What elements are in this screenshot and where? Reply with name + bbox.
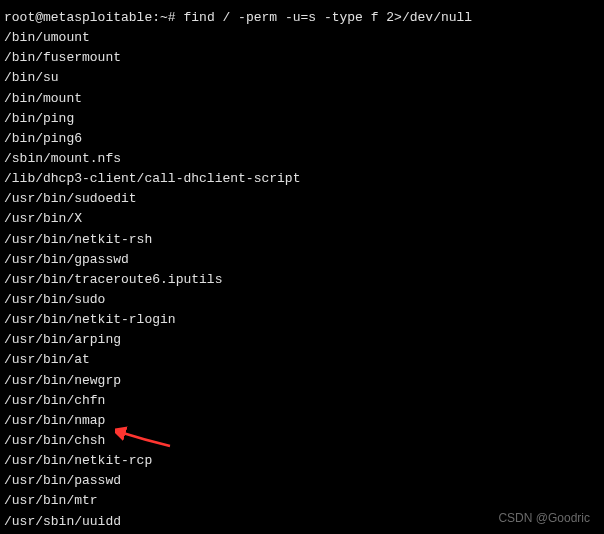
output-line: /usr/bin/netkit-rcp [4, 451, 600, 471]
output-line: /bin/mount [4, 89, 600, 109]
output-line: /usr/bin/sudo [4, 290, 600, 310]
prompt-symbol: # [168, 10, 176, 25]
output-line: /bin/ping6 [4, 129, 600, 149]
output-line: /usr/bin/newgrp [4, 371, 600, 391]
output-line: /lib/dhcp3-client/call-dhclient-script [4, 169, 600, 189]
output-line: /usr/bin/at [4, 350, 600, 370]
output-line: /usr/bin/chfn [4, 391, 600, 411]
command-text: find / -perm -u=s -type f 2>/dev/null [183, 10, 472, 25]
output-line: /usr/bin/chsh [4, 431, 600, 451]
output-line: /usr/bin/nmap [4, 411, 600, 431]
output-line: /usr/bin/netkit-rsh [4, 230, 600, 250]
output-line: /bin/fusermount [4, 48, 600, 68]
prompt-user-host: root@metasploitable [4, 10, 152, 25]
terminal-output: /bin/umount/bin/fusermount/bin/su/bin/mo… [4, 28, 600, 534]
output-line: /usr/bin/sudoedit [4, 189, 600, 209]
output-line: /usr/bin/traceroute6.iputils [4, 270, 600, 290]
output-line: /bin/umount [4, 28, 600, 48]
output-line: /usr/bin/arping [4, 330, 600, 350]
output-line: /usr/bin/netkit-rlogin [4, 310, 600, 330]
prompt-separator: : [152, 10, 160, 25]
output-line: /usr/bin/X [4, 209, 600, 229]
output-line: /bin/su [4, 68, 600, 88]
output-line: /usr/bin/gpasswd [4, 250, 600, 270]
prompt-path: ~ [160, 10, 168, 25]
watermark-text: CSDN @Goodric [498, 509, 590, 528]
terminal-prompt-line[interactable]: root@metasploitable:~# find / -perm -u=s… [4, 8, 600, 28]
output-line: /usr/bin/passwd [4, 471, 600, 491]
output-line: /sbin/mount.nfs [4, 149, 600, 169]
output-line: /bin/ping [4, 109, 600, 129]
